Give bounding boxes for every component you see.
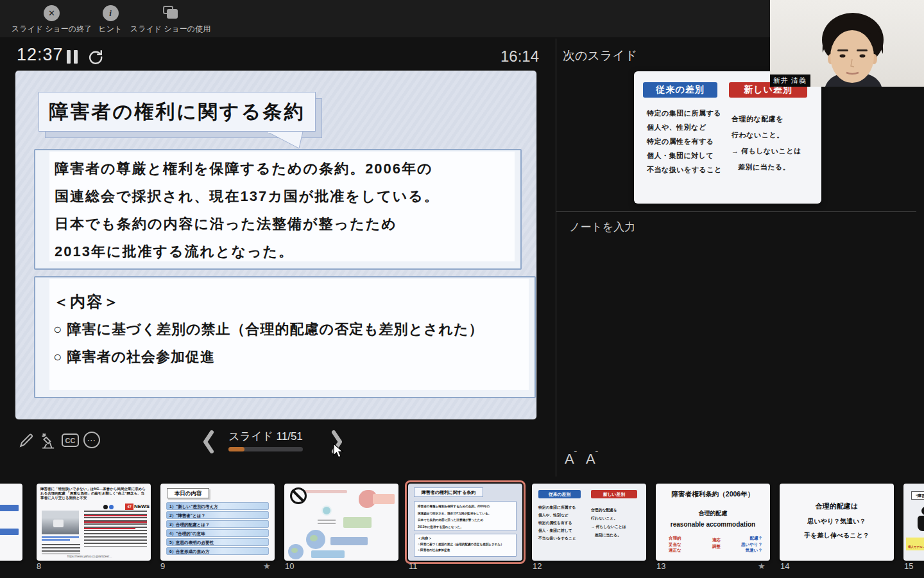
pause-timer-button[interactable] [67,50,81,64]
t13-blue-word: 配慮？ [732,535,762,541]
news-logo-text: NEWS [134,504,150,509]
body-line: 障害者の尊厳と権利を保障するための条約。2006年の [55,155,440,182]
thumbnail-slide-9[interactable]: 本日の内容 1）“新しい”差別の考え方 2）“障害者”とは？ 3）合理的配慮とは… [160,484,275,561]
slide-progress-bar[interactable] [228,447,303,451]
agenda-item: 3）合理的配慮とは？ [166,520,269,528]
font-increase-button[interactable]: Aˆ [565,451,577,468]
t14-line: 手を差し伸べること？ [780,531,894,540]
t13-red-word: 調整 [712,543,721,550]
news-photo [42,511,79,534]
thumbnail-slide-14[interactable]: 合理的配慮は 思いやり？気遣い？ 手を差し伸べること？ [780,484,894,561]
content-heading: ＜内容＞ [53,288,484,315]
thumbnail-slide-12[interactable]: 従来の差別 新しい差別 特定の集団に所属する 個人や、性別など 特定の属性を有す… [532,484,646,561]
notes-divider [556,211,916,212]
slide-title: 障害者の権利に関する条約 [49,99,305,125]
news-logo-badge: 47 [125,504,133,510]
agenda-item: 2）“障害者”とは？ [166,511,269,519]
body-line: 2013年に批准する流れとなった。 [55,238,440,265]
t13-english: reasonable accommodation [656,521,770,528]
t13-red-word: 合理的 [669,535,681,541]
t13-blue-word: 思いやり？ [732,541,762,548]
slide-title-bubble: 障害者の権利に関する条約 [38,92,316,132]
t14-line: 思いやり？気遣い？ [780,517,894,526]
preview-left-line: 不当な扱いをすること [647,162,722,177]
cc-icon: CC [62,434,79,447]
t14-line: 合理的配慮は [780,502,894,511]
thumbnail-slide-13[interactable]: 障害者権利条約（2006年） 合理的配慮 reasonable accommod… [656,484,770,561]
current-time: 16:14 [493,48,539,66]
slides-copy-icon [162,5,179,21]
slide-content-box: ＜内容＞ ○ 障害に基づく差別の禁止（合理的配慮の否定も差別とされた） ○ 障害… [34,276,536,398]
mini-right-line: 合理的な配慮を [591,506,626,514]
font-decrease-button[interactable]: Aˇ [586,451,598,468]
news-url: https://news.yahoo.co.jp/articles/… [67,555,112,558]
end-slideshow-label: スライド ショーの終了 [5,24,98,35]
mini-right-line: 行わないこと。 [591,514,626,523]
mouse-cursor [333,443,345,459]
preview-left-line: 個人や、性別など [647,120,722,134]
reset-timer-button[interactable] [87,48,104,67]
laser-pointer-icon [40,432,58,450]
social-icon [103,505,108,509]
close-icon: ✕ [44,5,60,21]
mini-body-line: 国連総会で採択され、現在137カ国が批准をしている。 [418,511,513,518]
thumbnail-number: 10 [285,561,294,571]
t13-title: 障害者権利条約（2006年） [656,490,770,499]
captions-button[interactable]: CC [62,432,80,450]
mini-right-header: 新しい差別 [591,490,637,498]
use-slideshow-button[interactable]: スライド ショーの使用 [127,5,214,35]
agenda-item: 5）意思の表明の必要性 [166,538,269,546]
pen-tool-button[interactable] [17,432,35,450]
mini-body-line: 2013年に批准する流れとなった。 [418,524,513,531]
hint-button[interactable]: i ヒント [90,5,131,35]
content-item: ○ 障害に基づく差別の禁止（合理的配慮の否定も差別とされた） [53,315,484,343]
participant-name-tag: 新井 清義 [770,74,810,87]
thumbnail-slide-8[interactable]: 障害者に「特別扱いできない」はNG…来春から民間企業に求められる合理的配慮 「過… [37,484,151,561]
t15-tag: “障害” [911,491,924,500]
thumbnail-number: 15 [904,561,913,571]
thumbnail-slide-10[interactable] [284,484,398,561]
end-slideshow-button[interactable]: ✕ スライド ショーの終了 [5,5,98,35]
more-options-button[interactable]: ⋯ [83,432,101,450]
slide-progress-fill [228,447,244,451]
agenda-header: 本日の内容 [167,488,209,498]
t13-red-word: 適応 [712,537,721,543]
slide-body-box: 障害者の尊厳と権利を保障するための条約。2006年の 国連総会で採択され、現在1… [34,149,522,270]
thumbnail-slide-15[interactable]: “障害” 個人モデル… [903,484,924,561]
previous-slide-button[interactable] [201,430,216,456]
content-item: ○ 障害者の社会参加促進 [53,343,484,371]
mini-body-line: 障害者の尊厳と権利を保障するための条約。2006年の [418,504,513,511]
mini-content-heading: ＜内容＞ [418,536,513,541]
notes-input[interactable] [563,216,914,444]
animation-star-icon: ★ [263,561,271,571]
social-icon [109,505,114,509]
next-slide-label: 次のスライド [563,48,637,64]
mini-left-line: 特定の集団に所属する [538,504,576,511]
faded-title-text [304,490,347,493]
body-line: 国連総会で採択され、現在137カ国が批准をしている。 [55,182,440,210]
ellipsis-icon: ⋯ [83,432,100,448]
preview-left-line: 個人・集団に対して [647,148,722,162]
agenda-item: 6）合意形成の進め方 [166,547,269,555]
next-slide-preview: 従来の差別 新しい差別 特定の集団に所属する 個人や、性別など 特定の属性を有す… [634,71,821,204]
current-slide-canvas[interactable]: 障害者の権利に関する条約 障害者の尊厳と権利を保障するための条約。2006年の … [15,71,536,419]
body-line: 日本でも条約の内容に沿った法整備が整ったため [55,210,440,238]
thumbnail-slide-7[interactable] [0,484,22,561]
t13-red-word: 妥当な [669,541,681,548]
use-slideshow-label: スライド ショーの使用 [127,24,214,35]
thumbnail-slide-11[interactable]: 障害者の権利に関する条約 障害者の尊厳と権利を保障するための条約。2006年の … [408,484,522,561]
preview-left-header: 従来の差別 [643,82,717,98]
news-headline: 障害者に「特別扱いできない」はNG…来春から民間企業に求められる合理的配慮 「過… [40,487,147,500]
presenter-person [770,0,924,87]
mini-left-line: 個人や、性別など [538,511,576,519]
panel-divider [556,39,556,477]
preview-left-line: 特定の属性を有する [647,134,722,148]
hidden-slide-icon [290,487,307,504]
refresh-icon [87,48,104,65]
mini-body-line: 日本でも条約の内容に沿った法整備が整ったため [418,517,513,524]
thumbnail-number: 14 [780,561,789,571]
agenda-item: 1）“新しい”差別の考え方 [166,502,269,510]
preview-right-line: → 何もしないことは [732,143,801,159]
agenda-item: 4）“合理的”の意味 [166,529,269,537]
laser-pointer-button[interactable] [40,432,58,450]
